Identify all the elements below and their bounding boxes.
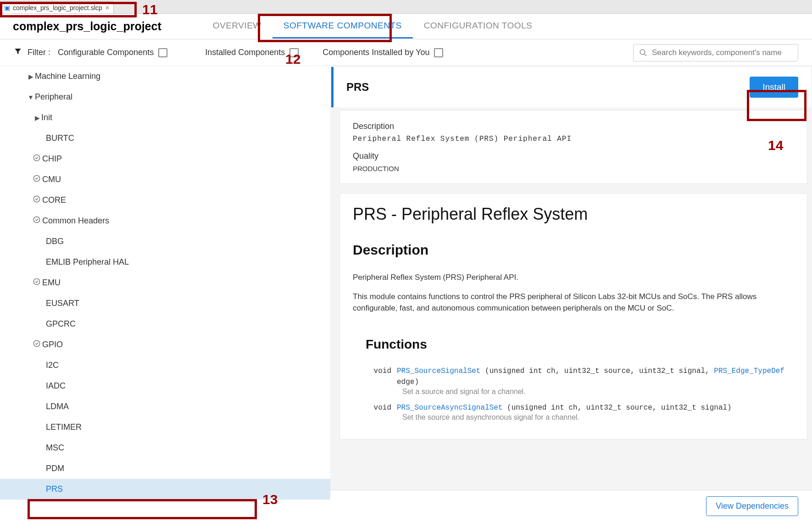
tree-item-emu[interactable]: EMU bbox=[0, 272, 330, 293]
fn2-name[interactable]: PRS_SourceAsyncSignalSet bbox=[397, 404, 502, 412]
tree-item-init[interactable]: ▶Init bbox=[0, 107, 330, 128]
tree-item-label: Peripheral bbox=[35, 92, 72, 102]
check-icon bbox=[33, 278, 42, 288]
tree-item-label: EUSART bbox=[46, 299, 79, 308]
svg-point-4 bbox=[33, 196, 39, 202]
check-icon bbox=[33, 340, 42, 350]
tree-item-letimer[interactable]: LETIMER bbox=[0, 417, 330, 438]
tree-item-cmu[interactable]: CMU bbox=[0, 169, 330, 190]
install-button[interactable]: Install bbox=[750, 77, 798, 98]
tree-item-label: GPIO bbox=[42, 340, 63, 350]
fn2-desc: Set the source and asynchronous signal f… bbox=[402, 413, 794, 422]
tree-item-iadc[interactable]: IADC bbox=[0, 376, 330, 396]
tree-item-label: CORE bbox=[42, 195, 66, 205]
tree-item-label: LETIMER bbox=[46, 422, 82, 432]
detail-scroll[interactable]: Description Peripheral Reflex System (PR… bbox=[330, 110, 812, 490]
filter-configurable-label: Configurable Components bbox=[58, 48, 154, 57]
main-split: ▶Machine Learning▼Peripheral▶InitBURTCCH… bbox=[0, 66, 812, 522]
tree-item-label: DBG bbox=[46, 237, 64, 246]
quality-label: Quality bbox=[353, 151, 794, 161]
doc-description-heading: Description bbox=[353, 242, 794, 258]
tree-item-msc[interactable]: MSC bbox=[0, 438, 330, 458]
fn1-desc: Set a source and signal for a channel. bbox=[402, 388, 794, 396]
tree-item-label: EMLIB Peripheral HAL bbox=[46, 257, 129, 267]
tree-item-prs[interactable]: PRS bbox=[0, 479, 330, 500]
svg-point-0 bbox=[640, 50, 645, 55]
tree-item-label: PRS bbox=[46, 484, 63, 494]
function-signature: void PRS_SourceAsyncSignalSet (unsigned … bbox=[371, 402, 794, 413]
project-title: complex_prs_logic_project bbox=[0, 20, 174, 33]
tree-item-gpcrc[interactable]: GPCRC bbox=[0, 314, 330, 334]
filter-icon bbox=[14, 47, 22, 58]
filter-by-you-checkbox[interactable] bbox=[434, 48, 443, 57]
detail-header: PRS Install bbox=[331, 67, 811, 107]
filter-label: Filter : bbox=[28, 48, 50, 57]
tree-item-label: BURTC bbox=[46, 133, 74, 143]
quality-value: PRODUCTION bbox=[353, 165, 794, 172]
filter-installed-checkbox[interactable] bbox=[289, 48, 299, 57]
view-dependencies-button[interactable]: View Dependencies bbox=[706, 496, 798, 516]
fn1-type[interactable]: PRS_Edge_TypeDef bbox=[714, 367, 784, 375]
tree-item-burtc[interactable]: BURTC bbox=[0, 128, 330, 149]
fn1-args-post: edge) bbox=[397, 378, 419, 386]
tree-item-peripheral[interactable]: ▼Peripheral bbox=[0, 87, 330, 107]
tree-item-emlib-peripheral-hal[interactable]: EMLIB Peripheral HAL bbox=[0, 252, 330, 272]
caret-down-icon: ▼ bbox=[27, 94, 35, 101]
svg-line-1 bbox=[644, 54, 646, 56]
tree-item-common-headers[interactable]: Common Headers bbox=[0, 211, 330, 231]
filter-configurable-checkbox[interactable] bbox=[158, 48, 167, 57]
tree-item-label: LDMA bbox=[46, 402, 69, 411]
tab-configuration-tools[interactable]: CONFIGURATION TOOLS bbox=[413, 14, 543, 39]
tree-item-pdm[interactable]: PDM bbox=[0, 458, 330, 479]
caret-right-icon: ▶ bbox=[27, 73, 35, 80]
svg-point-3 bbox=[33, 175, 39, 181]
doc-title: PRS - Peripheral Reflex System bbox=[353, 205, 794, 224]
tree-item-gpio[interactable]: GPIO bbox=[0, 334, 330, 355]
detail-footer: View Dependencies bbox=[330, 490, 812, 522]
check-icon bbox=[33, 154, 42, 164]
fn1-return: void bbox=[371, 366, 397, 388]
tree-item-ldma[interactable]: LDMA bbox=[0, 396, 330, 417]
filter-installed-label: Installed Components bbox=[205, 48, 285, 57]
svg-point-2 bbox=[33, 155, 39, 161]
component-tree[interactable]: ▶Machine Learning▼Peripheral▶InitBURTCCH… bbox=[0, 66, 330, 522]
caret-right-icon: ▶ bbox=[33, 114, 41, 122]
file-tab[interactable]: ▣ complex_prs_logic_project.slcp ✕ bbox=[0, 1, 114, 13]
filter-bar: Filter : Configurable Components Install… bbox=[0, 39, 812, 66]
tree-item-label: CMU bbox=[42, 175, 61, 184]
tree-item-label: PDM bbox=[46, 464, 64, 473]
fn1-name[interactable]: PRS_SourceSignalSet bbox=[397, 367, 480, 375]
tab-overview[interactable]: OVERVIEW bbox=[202, 14, 273, 39]
close-icon[interactable]: ✕ bbox=[105, 5, 110, 11]
search-icon bbox=[639, 49, 647, 57]
check-icon bbox=[33, 175, 42, 184]
check-icon bbox=[33, 195, 42, 205]
svg-point-7 bbox=[33, 340, 39, 346]
tree-item-label: CHIP bbox=[42, 154, 62, 164]
functions-heading: Functions bbox=[366, 337, 794, 352]
tree-item-label: EMU bbox=[42, 278, 61, 288]
svg-point-5 bbox=[33, 217, 39, 222]
doc-card: PRS - Peripheral Reflex System Descripti… bbox=[339, 193, 807, 439]
tree-item-eusart[interactable]: EUSART bbox=[0, 293, 330, 314]
search-box[interactable] bbox=[633, 44, 798, 61]
doc-p1: Peripheral Reflex System (PRS) Periphera… bbox=[353, 272, 794, 283]
function-signature: void PRS_SourceSignalSet (unsigned int c… bbox=[371, 366, 794, 388]
search-input[interactable] bbox=[652, 48, 792, 57]
tree-item-i2c[interactable]: I2C bbox=[0, 355, 330, 376]
project-header: complex_prs_logic_project OVERVIEW SOFTW… bbox=[0, 14, 812, 39]
tree-item-label: I2C bbox=[46, 361, 59, 370]
fn1-args-pre: (unsigned int ch, uint32_t source, uint3… bbox=[480, 367, 714, 375]
tree-item-core[interactable]: CORE bbox=[0, 190, 330, 211]
description-text: Peripheral Reflex System (PRS) Periphera… bbox=[353, 135, 794, 143]
nav-tabs: OVERVIEW SOFTWARE COMPONENTS CONFIGURATI… bbox=[202, 14, 543, 39]
fn2-args: (unsigned int ch, uint32_t source, uint3… bbox=[502, 404, 731, 412]
meta-card: Description Peripheral Reflex System (PR… bbox=[339, 110, 807, 184]
tab-software-components[interactable]: SOFTWARE COMPONENTS bbox=[273, 14, 413, 39]
tree-item-chip[interactable]: CHIP bbox=[0, 149, 330, 169]
tree-item-dbg[interactable]: DBG bbox=[0, 231, 330, 252]
tree-item-machine-learning[interactable]: ▶Machine Learning bbox=[0, 66, 330, 87]
check-icon bbox=[33, 216, 42, 226]
svg-point-6 bbox=[33, 278, 39, 284]
tree-item-label: MSC bbox=[46, 443, 64, 453]
